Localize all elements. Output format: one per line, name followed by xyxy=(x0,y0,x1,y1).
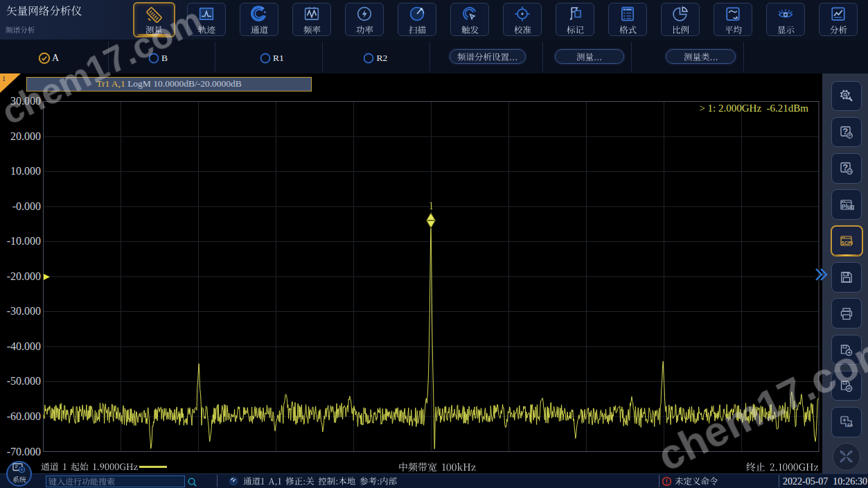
svg-text:chem17.com: chem17.com xyxy=(0,0,209,132)
svg-text:chem17.com: chem17.com xyxy=(650,324,868,480)
